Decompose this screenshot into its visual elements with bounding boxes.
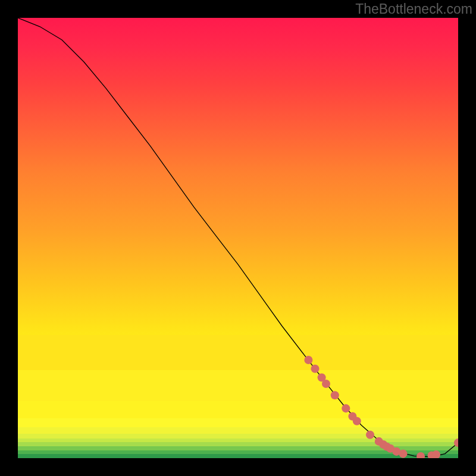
marker-point [399, 450, 407, 458]
marker-point [342, 404, 350, 412]
marker-point [304, 356, 312, 364]
marker-point [353, 417, 361, 425]
plot-area [18, 18, 458, 458]
watermark-text: TheBottleneck.com [355, 1, 472, 17]
marker-point [311, 365, 319, 373]
curve-line [18, 18, 458, 457]
marker-point [322, 380, 330, 388]
chart-svg [18, 18, 458, 458]
marker-point [416, 452, 425, 458]
marker-point [366, 431, 374, 439]
marker-group [304, 356, 458, 458]
marker-point [331, 391, 339, 399]
